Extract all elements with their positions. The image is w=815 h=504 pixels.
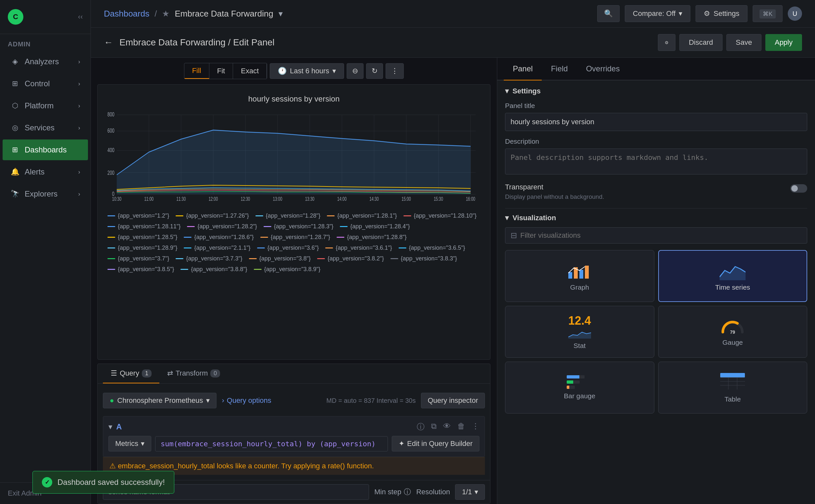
refresh-button[interactable]: ↻ bbox=[366, 63, 383, 79]
legend-item[interactable]: {app_version="1.28.4"} bbox=[340, 223, 410, 230]
apply-button[interactable]: Apply bbox=[765, 34, 802, 51]
legend-item[interactable]: {app_version="3.8.9"} bbox=[254, 266, 320, 273]
legend-item[interactable]: {app_version="3.6"} bbox=[257, 245, 319, 251]
legend-item[interactable]: {app_version="3.8.5"} bbox=[107, 266, 174, 273]
collapse-sidebar-button[interactable]: ‹‹ bbox=[78, 13, 83, 21]
legend-item[interactable]: {app_version="3.7"} bbox=[107, 255, 169, 262]
legend-item[interactable]: {app_version="3.8.3"} bbox=[390, 255, 457, 262]
tab-field[interactable]: Field bbox=[542, 58, 577, 80]
sidebar-item-dashboards[interactable]: ⊞ Dashboards bbox=[3, 139, 88, 160]
legend-item[interactable]: {app_version="3.8.2"} bbox=[317, 255, 384, 262]
legend-item[interactable]: {app_version="1.28.6"} bbox=[184, 234, 254, 241]
viz-card-table[interactable]: Table bbox=[658, 362, 808, 414]
legend-item[interactable]: {app_version="1.28.2"} bbox=[187, 223, 257, 230]
panel-title-input[interactable] bbox=[505, 113, 807, 131]
time-range-picker[interactable]: 🕐 Last 6 hours ▾ bbox=[270, 63, 344, 79]
sidebar: C ‹‹ Admin ◈ Analyzers › ⊞ Control › ⬡ P… bbox=[0, 0, 91, 504]
legend-item[interactable]: {app_version="3.8"} bbox=[249, 255, 311, 262]
legend-item[interactable]: {app_version="1.28"} bbox=[256, 212, 320, 219]
tab-overrides[interactable]: Overrides bbox=[577, 58, 629, 80]
description-textarea[interactable] bbox=[505, 149, 807, 174]
legend-item[interactable]: {app_version="3.8.8"} bbox=[180, 266, 247, 273]
sidebar-item-services[interactable]: ◎ Services › bbox=[3, 117, 88, 138]
query-content: ● Chronosphere Prometheus ▾ › Query opti… bbox=[98, 384, 490, 480]
transparent-toggle[interactable] bbox=[790, 184, 807, 193]
legend-item[interactable]: {app_version="3.6.1"} bbox=[325, 245, 392, 251]
datasource-selector[interactable]: ● Chronosphere Prometheus ▾ bbox=[103, 393, 217, 408]
chart-svg: 800 600 400 200 0 bbox=[107, 110, 480, 207]
tab-panel[interactable]: Panel bbox=[504, 58, 542, 80]
breadcrumb-parent[interactable]: Dashboards bbox=[104, 9, 149, 19]
legend-item[interactable]: {app_version="1.28.1"} bbox=[327, 212, 397, 219]
query-options-button[interactable]: › Query options bbox=[222, 396, 271, 405]
sidebar-item-platform[interactable]: ⬡ Platform › bbox=[3, 95, 88, 116]
legend-item[interactable]: {app_version="3.6.5"} bbox=[399, 245, 465, 251]
viz-card-graph[interactable]: Graph bbox=[505, 250, 654, 302]
viz-card-gauge[interactable]: 79 Gauge bbox=[658, 306, 808, 358]
keyboard-shortcut-button[interactable]: ⌘K bbox=[753, 5, 783, 22]
sidebar-item-label: Explorers bbox=[25, 189, 57, 198]
query-label-a: A bbox=[116, 422, 122, 431]
viz-card-time-series[interactable]: Time series bbox=[658, 250, 808, 302]
legend-item[interactable]: {app_version="3.7.3"} bbox=[175, 255, 242, 262]
arrow-icon: › bbox=[78, 58, 80, 65]
toast-message: Dashboard saved successfully! bbox=[57, 478, 165, 487]
zoom-out-button[interactable]: ⊖ bbox=[347, 63, 364, 79]
user-avatar[interactable]: U bbox=[788, 6, 802, 21]
copy-icon[interactable]: ⧉ bbox=[431, 422, 437, 432]
legend-item[interactable]: {app_version="2.1.1"} bbox=[184, 245, 250, 251]
save-button[interactable]: Save bbox=[726, 34, 761, 51]
eye-icon[interactable]: 👁 bbox=[443, 422, 451, 432]
edit-in-query-builder-button[interactable]: ✦ Edit in Query Builder bbox=[392, 436, 479, 451]
sidebar-item-control[interactable]: ⊞ Control › bbox=[3, 73, 88, 94]
viz-card-bar-gauge[interactable]: Bar gauge bbox=[505, 362, 654, 414]
more-options-button[interactable]: ⋮ bbox=[386, 63, 404, 79]
back-button[interactable]: ← bbox=[104, 37, 113, 48]
svg-text:12:30: 12:30 bbox=[241, 196, 250, 202]
legend-item[interactable]: {app_version="1.28.3"} bbox=[264, 223, 333, 230]
more-icon[interactable]: ⋮ bbox=[472, 422, 479, 432]
prometheus-icon: ● bbox=[110, 396, 114, 405]
legend-item[interactable]: {app_version="1.28.10"} bbox=[403, 212, 476, 219]
query-inspector-button[interactable]: Query inspector bbox=[421, 393, 485, 408]
sidebar-item-analyzers[interactable]: ◈ Analyzers › bbox=[3, 51, 88, 72]
global-search-button[interactable]: 🔍 bbox=[597, 5, 620, 22]
resolution-dropdown[interactable]: 1/1 ▾ bbox=[455, 484, 485, 500]
legend-item[interactable]: {app_version="1.28.8"} bbox=[337, 234, 406, 241]
query-input-field[interactable] bbox=[155, 436, 388, 451]
warning-icon: ⚠ bbox=[109, 462, 118, 470]
sidebar-item-explorers[interactable]: 🔭 Explorers › bbox=[3, 184, 88, 204]
sidebar-item-alerts[interactable]: 🔔 Alerts › bbox=[3, 162, 88, 182]
query-icon: ☰ bbox=[111, 369, 117, 378]
panel-gear-button[interactable]: ⚙ bbox=[658, 34, 676, 51]
legend-item[interactable]: {app_version="1.2"} bbox=[107, 212, 169, 219]
delete-icon[interactable]: 🗑 bbox=[457, 422, 465, 432]
fit-button[interactable]: Fit bbox=[210, 63, 233, 79]
viz-search-input[interactable] bbox=[520, 231, 802, 240]
breadcrumb-current-title: Embrace Data Forwarding bbox=[174, 9, 273, 19]
legend-item[interactable]: {app_version="1.28.11"} bbox=[107, 223, 180, 230]
legend-item[interactable]: {app_version="1.27.26"} bbox=[175, 212, 249, 219]
discard-button[interactable]: Discard bbox=[679, 34, 723, 51]
collapse-query-icon[interactable]: ▾ bbox=[108, 422, 112, 431]
table-label: Table bbox=[725, 395, 741, 403]
legend-item[interactable]: {app_version="1.28.5"} bbox=[107, 234, 177, 241]
viz-card-stat[interactable]: 12.4 Stat bbox=[505, 306, 654, 358]
viz-collapse-icon[interactable]: ▾ bbox=[505, 214, 509, 222]
tab-query[interactable]: ☰ Query 1 bbox=[103, 364, 159, 383]
tab-transform[interactable]: ⇄ Transform 0 bbox=[159, 364, 228, 383]
min-step-info-icon[interactable]: ⓘ bbox=[404, 487, 411, 497]
info-icon[interactable]: ⓘ bbox=[417, 422, 425, 432]
gear-icon: ⚙ bbox=[704, 9, 710, 18]
exact-button[interactable]: Exact bbox=[233, 63, 267, 79]
legend-item[interactable]: {app_version="1.28.7"} bbox=[260, 234, 330, 241]
svg-text:13:00: 13:00 bbox=[273, 196, 282, 202]
sidebar-item-label: Dashboards bbox=[25, 145, 66, 154]
legend-item[interactable]: {app_version="1.28.9"} bbox=[107, 245, 177, 251]
dashboard-settings-button[interactable]: ⚙ Settings bbox=[696, 5, 748, 22]
settings-collapse-icon[interactable]: ▾ bbox=[505, 87, 509, 95]
fill-button[interactable]: Fill bbox=[184, 63, 210, 79]
title-dropdown-icon[interactable]: ▾ bbox=[279, 9, 283, 19]
compare-button[interactable]: Compare: Off ▾ bbox=[625, 5, 691, 22]
metrics-dropdown[interactable]: Metrics ▾ bbox=[108, 436, 151, 451]
